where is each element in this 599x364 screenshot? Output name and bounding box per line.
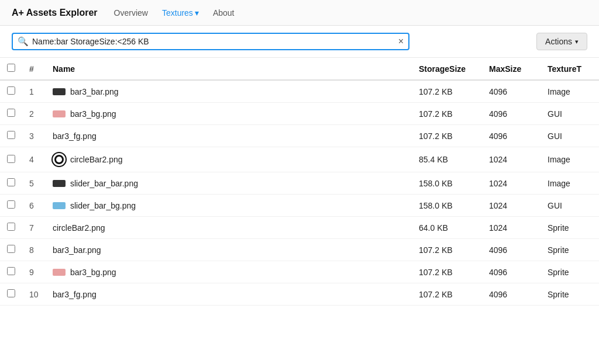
table-row: 5slider_bar_bar.png158.0 KB1024Image bbox=[0, 172, 599, 195]
row-name-cell: bar3_bar.png bbox=[46, 239, 412, 261]
row-name-wrapper: bar3_fg.png bbox=[53, 290, 405, 299]
row-filename: circleBar2.png bbox=[53, 223, 105, 233]
row-name-cell: slider_bar_bg.png bbox=[46, 195, 412, 217]
row-name-wrapper: bar3_bar.png bbox=[53, 245, 405, 255]
table-row: 6slider_bar_bg.png158.0 KB1024GUI bbox=[0, 195, 599, 217]
toolbar: 🔍 × Actions ▾ bbox=[0, 26, 599, 58]
row-filename: bar3_bar.png bbox=[53, 245, 101, 255]
row-storage-size: 107.2 KB bbox=[412, 239, 482, 261]
row-checkbox-cell bbox=[0, 217, 22, 239]
row-texture-type: Sprite bbox=[541, 283, 599, 306]
row-checkbox-cell bbox=[0, 103, 22, 125]
row-storage-size: 107.2 KB bbox=[412, 283, 482, 306]
row-name-cell: circleBar2.png bbox=[46, 147, 412, 172]
row-max-size: 4096 bbox=[482, 80, 541, 103]
table-row: 9bar3_bg.png107.2 KB4096Sprite bbox=[0, 261, 599, 283]
row-max-size: 4096 bbox=[482, 103, 541, 125]
row-checkbox[interactable] bbox=[7, 178, 15, 186]
assets-table: # Name StorageSize MaxSize TextureT 1bar… bbox=[0, 58, 599, 306]
row-storage-size: 85.4 KB bbox=[412, 147, 482, 172]
row-checkbox[interactable] bbox=[7, 200, 15, 209]
col-header-texture: TextureT bbox=[541, 58, 599, 80]
table-header-row: # Name StorageSize MaxSize TextureT bbox=[0, 58, 599, 80]
row-texture-type: GUI bbox=[541, 125, 599, 147]
row-checkbox[interactable] bbox=[7, 86, 15, 95]
col-header-name: Name bbox=[46, 58, 412, 80]
select-all-header[interactable] bbox=[0, 58, 22, 80]
row-name-wrapper: bar3_bar.png bbox=[53, 87, 405, 96]
row-texture-type: GUI bbox=[541, 195, 599, 217]
select-all-checkbox[interactable] bbox=[7, 64, 15, 72]
row-number: 10 bbox=[22, 283, 46, 306]
row-checkbox[interactable] bbox=[7, 109, 15, 117]
table-row: 2bar3_bg.png107.2 KB4096GUI bbox=[0, 103, 599, 125]
nav-textures[interactable]: Textures ▾ bbox=[162, 8, 199, 18]
table-row: 7circleBar2.png64.0 KB1024Sprite bbox=[0, 217, 599, 239]
row-checkbox[interactable] bbox=[7, 267, 15, 275]
actions-button[interactable]: Actions ▾ bbox=[536, 33, 587, 50]
nav-bar: A+ Assets Explorer Overview Textures ▾ A… bbox=[0, 0, 599, 26]
table-row: 1bar3_bar.png107.2 KB4096Image bbox=[0, 80, 599, 103]
row-thumbnail bbox=[53, 202, 66, 209]
row-max-size: 4096 bbox=[482, 239, 541, 261]
col-header-num: # bbox=[22, 58, 46, 80]
row-filename: bar3_bg.png bbox=[70, 268, 116, 277]
textures-chevron: ▾ bbox=[195, 8, 199, 18]
row-thumbnail bbox=[53, 88, 66, 95]
row-checkbox-cell bbox=[0, 172, 22, 195]
search-clear-button[interactable]: × bbox=[398, 37, 404, 46]
row-number: 3 bbox=[22, 125, 46, 147]
row-filename: slider_bar_bar.png bbox=[70, 179, 138, 188]
row-name-cell: bar3_fg.png bbox=[46, 283, 412, 306]
row-texture-type: Sprite bbox=[541, 239, 599, 261]
row-checkbox[interactable] bbox=[7, 245, 15, 253]
row-name-wrapper: bar3_fg.png bbox=[53, 131, 405, 141]
row-texture-type: GUI bbox=[541, 103, 599, 125]
row-filename: bar3_fg.png bbox=[53, 131, 97, 141]
row-texture-type: Sprite bbox=[541, 261, 599, 283]
row-filename: circleBar2.png bbox=[70, 155, 123, 164]
row-checkbox[interactable] bbox=[7, 223, 15, 231]
row-max-size: 4096 bbox=[482, 261, 541, 283]
row-max-size: 1024 bbox=[482, 217, 541, 239]
row-number: 2 bbox=[22, 103, 46, 125]
actions-chevron: ▾ bbox=[575, 38, 579, 46]
row-name-cell: bar3_bg.png bbox=[46, 103, 412, 125]
row-number: 8 bbox=[22, 239, 46, 261]
row-checkbox-cell bbox=[0, 261, 22, 283]
row-checkbox[interactable] bbox=[7, 155, 15, 163]
col-header-maxsize: MaxSize bbox=[482, 58, 541, 80]
row-filename: bar3_bar.png bbox=[70, 87, 119, 96]
row-max-size: 1024 bbox=[482, 172, 541, 195]
search-icon: 🔍 bbox=[18, 36, 29, 47]
row-thumbnail bbox=[53, 180, 66, 187]
col-header-storage: StorageSize bbox=[412, 58, 482, 80]
row-filename: bar3_bg.png bbox=[70, 109, 116, 119]
search-input[interactable] bbox=[32, 37, 398, 46]
row-max-size: 1024 bbox=[482, 195, 541, 217]
row-max-size: 1024 bbox=[482, 147, 541, 172]
search-wrapper: 🔍 × bbox=[12, 33, 409, 50]
row-checkbox-cell bbox=[0, 239, 22, 261]
row-number: 1 bbox=[22, 80, 46, 103]
row-filename: slider_bar_bg.png bbox=[70, 201, 136, 210]
row-number: 9 bbox=[22, 261, 46, 283]
row-name-cell: slider_bar_bar.png bbox=[46, 172, 412, 195]
row-name-wrapper: circleBar2.png bbox=[53, 153, 405, 166]
row-storage-size: 158.0 KB bbox=[412, 172, 482, 195]
table-row: 3bar3_fg.png107.2 KB4096GUI bbox=[0, 125, 599, 147]
row-storage-size: 64.0 KB bbox=[412, 217, 482, 239]
row-storage-size: 107.2 KB bbox=[412, 261, 482, 283]
row-checkbox-cell bbox=[0, 125, 22, 147]
row-checkbox[interactable] bbox=[7, 131, 15, 139]
nav-about[interactable]: About bbox=[213, 8, 235, 18]
row-name-wrapper: bar3_bg.png bbox=[53, 109, 405, 119]
nav-overview[interactable]: Overview bbox=[114, 8, 148, 18]
row-checkbox-cell bbox=[0, 147, 22, 172]
row-number: 4 bbox=[22, 147, 46, 172]
table-row: 10bar3_fg.png107.2 KB4096Sprite bbox=[0, 283, 599, 306]
row-name-wrapper: bar3_bg.png bbox=[53, 268, 405, 277]
row-name-cell: bar3_fg.png bbox=[46, 125, 412, 147]
row-thumbnail bbox=[53, 153, 66, 166]
row-checkbox[interactable] bbox=[7, 289, 15, 297]
